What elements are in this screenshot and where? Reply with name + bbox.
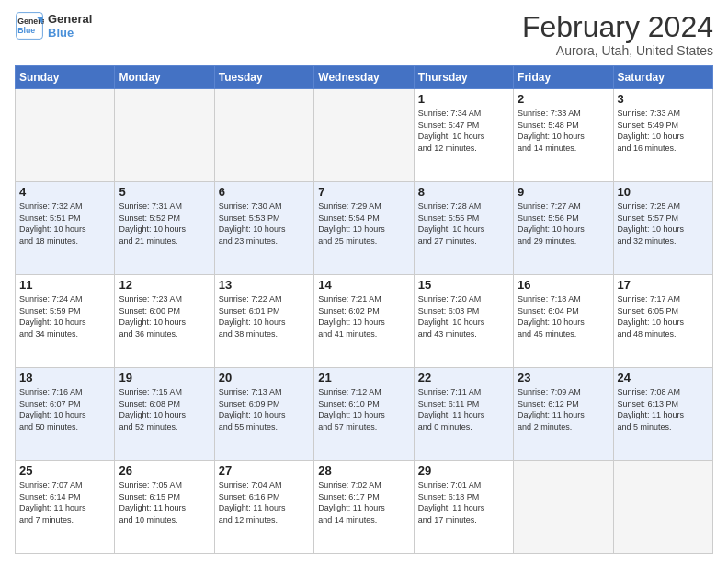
calendar-body: 1Sunrise: 7:34 AM Sunset: 5:47 PM Daylig…	[16, 89, 713, 554]
page: General Blue General Blue February 2024 …	[0, 0, 728, 563]
calendar-day: 15Sunrise: 7:20 AM Sunset: 6:03 PM Dayli…	[414, 275, 513, 368]
calendar-day: 4Sunrise: 7:32 AM Sunset: 5:51 PM Daylig…	[16, 182, 115, 275]
calendar-day: 27Sunrise: 7:04 AM Sunset: 6:16 PM Dayli…	[214, 461, 313, 554]
day-number: 1	[418, 92, 509, 106]
title-block: February 2024 Aurora, Utah, United State…	[522, 11, 713, 58]
day-number: 8	[418, 185, 509, 199]
header-monday: Monday	[115, 66, 214, 89]
calendar-day: 12Sunrise: 7:23 AM Sunset: 6:00 PM Dayli…	[115, 275, 214, 368]
calendar-day: 7Sunrise: 7:29 AM Sunset: 5:54 PM Daylig…	[314, 182, 414, 275]
day-number: 5	[119, 185, 210, 199]
logo: General Blue General Blue	[15, 11, 92, 40]
day-info: Sunrise: 7:08 AM Sunset: 6:13 PM Dayligh…	[618, 386, 709, 432]
logo-general: General	[48, 12, 92, 26]
calendar-table: SundayMondayTuesdayWednesdayThursdayFrid…	[15, 65, 713, 554]
calendar-day: 16Sunrise: 7:18 AM Sunset: 6:04 PM Dayli…	[514, 275, 613, 368]
day-info: Sunrise: 7:32 AM Sunset: 5:51 PM Dayligh…	[19, 201, 110, 247]
day-info: Sunrise: 7:27 AM Sunset: 5:56 PM Dayligh…	[518, 201, 609, 247]
day-number: 24	[618, 371, 709, 385]
day-info: Sunrise: 7:25 AM Sunset: 5:57 PM Dayligh…	[618, 201, 709, 247]
calendar-day: 2Sunrise: 7:33 AM Sunset: 5:48 PM Daylig…	[514, 89, 613, 182]
calendar-header-row: SundayMondayTuesdayWednesdayThursdayFrid…	[16, 66, 713, 89]
day-info: Sunrise: 7:23 AM Sunset: 6:00 PM Dayligh…	[119, 293, 210, 339]
calendar-day	[314, 89, 414, 182]
calendar-day: 25Sunrise: 7:07 AM Sunset: 6:14 PM Dayli…	[16, 461, 115, 554]
calendar-day: 11Sunrise: 7:24 AM Sunset: 5:59 PM Dayli…	[16, 275, 115, 368]
day-number: 18	[19, 371, 110, 385]
day-info: Sunrise: 7:16 AM Sunset: 6:07 PM Dayligh…	[19, 386, 110, 432]
day-info: Sunrise: 7:02 AM Sunset: 6:17 PM Dayligh…	[318, 479, 409, 525]
day-info: Sunrise: 7:31 AM Sunset: 5:52 PM Dayligh…	[119, 201, 210, 247]
header-thursday: Thursday	[414, 66, 513, 89]
day-info: Sunrise: 7:33 AM Sunset: 5:49 PM Dayligh…	[618, 108, 709, 154]
calendar-day: 5Sunrise: 7:31 AM Sunset: 5:52 PM Daylig…	[115, 182, 214, 275]
calendar-day	[214, 89, 313, 182]
calendar-day: 17Sunrise: 7:17 AM Sunset: 6:05 PM Dayli…	[613, 275, 712, 368]
day-number: 4	[19, 185, 110, 199]
day-info: Sunrise: 7:22 AM Sunset: 6:01 PM Dayligh…	[219, 293, 310, 339]
day-info: Sunrise: 7:18 AM Sunset: 6:04 PM Dayligh…	[518, 293, 609, 339]
calendar-day: 24Sunrise: 7:08 AM Sunset: 6:13 PM Dayli…	[613, 368, 712, 461]
header-tuesday: Tuesday	[214, 66, 313, 89]
day-info: Sunrise: 7:04 AM Sunset: 6:16 PM Dayligh…	[219, 479, 310, 525]
calendar-day: 14Sunrise: 7:21 AM Sunset: 6:02 PM Dayli…	[314, 275, 414, 368]
svg-text:Blue: Blue	[17, 26, 35, 35]
calendar-day	[115, 89, 214, 182]
day-info: Sunrise: 7:07 AM Sunset: 6:14 PM Dayligh…	[19, 479, 110, 525]
calendar-day	[16, 89, 115, 182]
calendar-day: 28Sunrise: 7:02 AM Sunset: 6:17 PM Dayli…	[314, 461, 414, 554]
day-number: 27	[219, 464, 310, 477]
day-info: Sunrise: 7:29 AM Sunset: 5:54 PM Dayligh…	[318, 201, 409, 247]
day-number: 2	[518, 92, 609, 106]
day-info: Sunrise: 7:34 AM Sunset: 5:47 PM Dayligh…	[418, 108, 509, 154]
header-friday: Friday	[514, 66, 613, 89]
location-subtitle: Aurora, Utah, United States	[522, 43, 713, 58]
day-number: 29	[418, 464, 509, 477]
header-wednesday: Wednesday	[314, 66, 414, 89]
day-info: Sunrise: 7:13 AM Sunset: 6:09 PM Dayligh…	[219, 386, 310, 432]
day-number: 22	[418, 371, 509, 385]
day-number: 26	[119, 464, 210, 477]
day-info: Sunrise: 7:09 AM Sunset: 6:12 PM Dayligh…	[518, 386, 609, 432]
calendar-day: 10Sunrise: 7:25 AM Sunset: 5:57 PM Dayli…	[613, 182, 712, 275]
day-info: Sunrise: 7:33 AM Sunset: 5:48 PM Dayligh…	[518, 108, 609, 154]
calendar-week-row: 18Sunrise: 7:16 AM Sunset: 6:07 PM Dayli…	[16, 368, 713, 461]
header-saturday: Saturday	[613, 66, 712, 89]
calendar-week-row: 11Sunrise: 7:24 AM Sunset: 5:59 PM Dayli…	[16, 275, 713, 368]
day-number: 9	[518, 185, 609, 199]
calendar-day	[613, 461, 712, 554]
day-info: Sunrise: 7:11 AM Sunset: 6:11 PM Dayligh…	[418, 386, 509, 432]
day-number: 11	[19, 278, 110, 292]
calendar-day: 6Sunrise: 7:30 AM Sunset: 5:53 PM Daylig…	[214, 182, 313, 275]
calendar-day: 1Sunrise: 7:34 AM Sunset: 5:47 PM Daylig…	[414, 89, 513, 182]
calendar-day: 26Sunrise: 7:05 AM Sunset: 6:15 PM Dayli…	[115, 461, 214, 554]
calendar-day: 23Sunrise: 7:09 AM Sunset: 6:12 PM Dayli…	[514, 368, 613, 461]
day-info: Sunrise: 7:17 AM Sunset: 6:05 PM Dayligh…	[618, 293, 709, 339]
calendar-day: 29Sunrise: 7:01 AM Sunset: 6:18 PM Dayli…	[414, 461, 513, 554]
calendar-day: 22Sunrise: 7:11 AM Sunset: 6:11 PM Dayli…	[414, 368, 513, 461]
day-info: Sunrise: 7:05 AM Sunset: 6:15 PM Dayligh…	[119, 479, 210, 525]
day-number: 3	[618, 92, 709, 106]
calendar-day	[514, 461, 613, 554]
calendar-day: 9Sunrise: 7:27 AM Sunset: 5:56 PM Daylig…	[514, 182, 613, 275]
day-number: 25	[19, 464, 110, 477]
day-number: 10	[618, 185, 709, 199]
calendar-week-row: 4Sunrise: 7:32 AM Sunset: 5:51 PM Daylig…	[16, 182, 713, 275]
day-number: 20	[219, 371, 310, 385]
day-number: 23	[518, 371, 609, 385]
header: General Blue General Blue February 2024 …	[15, 11, 713, 58]
day-info: Sunrise: 7:24 AM Sunset: 5:59 PM Dayligh…	[19, 293, 110, 339]
calendar-day: 20Sunrise: 7:13 AM Sunset: 6:09 PM Dayli…	[214, 368, 313, 461]
day-number: 12	[119, 278, 210, 292]
day-number: 6	[219, 185, 310, 199]
day-number: 7	[318, 185, 409, 199]
day-info: Sunrise: 7:21 AM Sunset: 6:02 PM Dayligh…	[318, 293, 409, 339]
day-number: 13	[219, 278, 310, 292]
calendar-day: 13Sunrise: 7:22 AM Sunset: 6:01 PM Dayli…	[214, 275, 313, 368]
day-number: 19	[119, 371, 210, 385]
calendar-day: 19Sunrise: 7:15 AM Sunset: 6:08 PM Dayli…	[115, 368, 214, 461]
calendar-day: 3Sunrise: 7:33 AM Sunset: 5:49 PM Daylig…	[613, 89, 712, 182]
day-number: 15	[418, 278, 509, 292]
day-info: Sunrise: 7:01 AM Sunset: 6:18 PM Dayligh…	[418, 479, 509, 525]
calendar-week-row: 25Sunrise: 7:07 AM Sunset: 6:14 PM Dayli…	[16, 461, 713, 554]
